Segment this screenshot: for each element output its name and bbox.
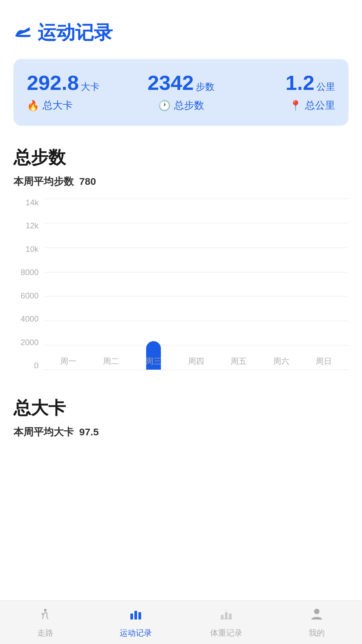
steps-value: 2342: [147, 72, 194, 93]
svg-rect-5: [225, 612, 228, 620]
steps-label: 总步数: [174, 99, 204, 112]
walk-icon: [38, 607, 53, 625]
distance-label: 总公里: [305, 99, 335, 112]
nav-label-mine: 我的: [309, 628, 325, 638]
calories-unit: 大卡: [81, 80, 100, 93]
nav-item-weight[interactable]: 体重记录: [181, 607, 272, 638]
calories-section: 总大卡 本周平均大卡 97.5: [0, 390, 362, 439]
calories-item: 292.8 大卡 🔥 总大卡: [27, 72, 130, 112]
steps-item: 2342 步数 🕐 总步数: [130, 72, 233, 112]
clock-icon: 🕐: [158, 100, 171, 111]
bar-column: [89, 199, 132, 370]
bar-column: [260, 199, 303, 370]
fire-icon: 🔥: [27, 100, 39, 111]
bar-column: [218, 199, 260, 370]
weight-icon: [219, 607, 234, 625]
svg-point-7: [314, 609, 319, 614]
steps-section-title: 总步数: [13, 146, 349, 169]
nav-item-mine[interactable]: 我的: [272, 607, 362, 638]
chart-bar-icon: [128, 607, 143, 625]
svg-rect-3: [138, 612, 141, 620]
calories-value: 292.8: [27, 72, 79, 93]
distance-item: 1.2 公里 📍 总公里: [232, 72, 335, 112]
distance-unit: 公里: [316, 80, 335, 93]
page-title: 运动记录: [38, 20, 113, 46]
bar-column: [303, 199, 345, 370]
nav-label-exercise: 运动记录: [120, 628, 152, 638]
nav-item-exercise[interactable]: 运动记录: [90, 607, 181, 638]
steps-section: 总步数 本周平均步数 780 14k 12k 10k 8000 6000 400…: [0, 139, 362, 386]
person-icon: [309, 607, 324, 625]
calories-section-subtitle: 本周平均大卡 97.5: [13, 425, 349, 439]
bars-area: [44, 199, 349, 370]
header: 运动记录: [0, 0, 362, 56]
main-content: 运动记录 292.8 大卡 🔥 总大卡 2342 步数 🕐 总步数: [0, 0, 362, 503]
bottom-nav: 走路 运动记录 体重记录: [0, 600, 362, 644]
bar-column: [47, 199, 89, 370]
pin-icon: 📍: [289, 100, 302, 111]
nav-label-weight: 体重记录: [210, 628, 242, 638]
calories-label: 总大卡: [43, 99, 73, 112]
x-labels: 周一 周二 周三 周四 周五 周六 周日: [44, 353, 349, 370]
bar-column: [132, 199, 175, 370]
nav-item-walk[interactable]: 走路: [0, 607, 90, 638]
steps-unit: 步数: [196, 80, 215, 93]
grid-line: [44, 370, 349, 370]
svg-point-0: [44, 609, 47, 611]
calories-section-title: 总大卡: [13, 396, 349, 420]
steps-section-subtitle: 本周平均步数 780: [13, 175, 349, 189]
svg-rect-2: [134, 611, 137, 620]
y-axis: 14k 12k 10k 8000 6000 4000 2000 0: [13, 199, 42, 370]
distance-value: 1.2: [286, 72, 314, 93]
summary-card: 292.8 大卡 🔥 总大卡 2342 步数 🕐 总步数 1.2 公里: [13, 59, 349, 126]
bar-column: [175, 199, 217, 370]
steps-chart: 14k 12k 10k 8000 6000 4000 2000 0 周一 周二 …: [13, 199, 349, 386]
nav-label-walk: 走路: [37, 628, 53, 638]
chart-plot-area: 周一 周二 周三 周四 周五 周六 周日: [44, 199, 349, 370]
svg-rect-1: [130, 613, 133, 620]
shoe-icon: [13, 21, 32, 44]
